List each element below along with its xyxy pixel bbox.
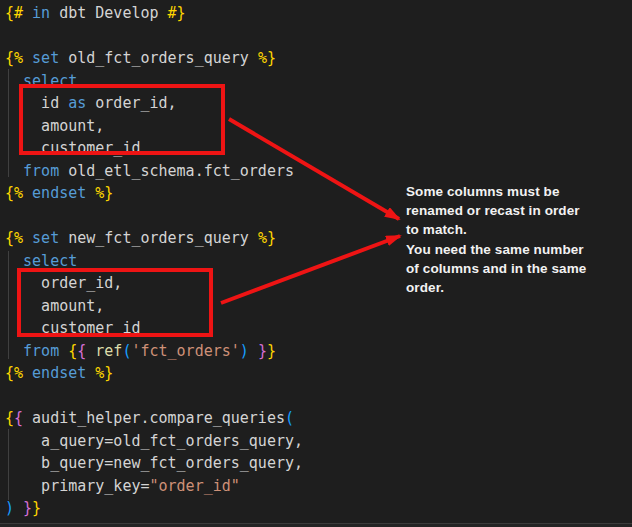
code-token: {# [5, 4, 32, 22]
code-token: endset [32, 184, 86, 202]
code-token: %} [95, 364, 113, 382]
code-line-18[interactable]: {{ audit_helper.compare_queries( [5, 407, 303, 430]
code-token [86, 342, 95, 360]
code-token: "order_id" [150, 477, 240, 495]
code-token: 'fct_orders' [131, 342, 239, 360]
code-token: {% [5, 49, 32, 67]
code-token: ) [240, 342, 249, 360]
code-line-20[interactable]: b_query=new_fct_orders_query, [5, 452, 303, 475]
code-token: %} [95, 184, 113, 202]
code-token: { [68, 342, 77, 360]
code-token: {% [5, 364, 32, 382]
code-line-17[interactable] [5, 385, 303, 408]
editor-bottom-border [0, 523, 632, 527]
code-token: dbt Develop [50, 4, 167, 22]
code-token: } [258, 342, 267, 360]
code-line-8[interactable]: {% endset %} [5, 182, 303, 205]
indent-guide-1 [8, 251, 9, 359]
annotation-box-1 [19, 84, 225, 155]
code-line-22[interactable]: ) }} [5, 497, 303, 520]
code-token: {% [5, 229, 32, 247]
code-token [86, 364, 95, 382]
indent-guide-0 [8, 69, 9, 177]
code-token: old_etl_schema.fct_orders [59, 162, 294, 180]
code-line-10[interactable]: {% set new_fct_orders_query %} [5, 227, 303, 250]
code-line-2[interactable]: {% set old_fct_orders_query %} [5, 47, 303, 70]
annotation-box-2 [17, 268, 213, 337]
code-token: audit_helper.compare_queries [23, 409, 285, 427]
code-token: { [14, 409, 23, 427]
code-token: ref [95, 342, 122, 360]
code-line-1[interactable] [5, 25, 303, 48]
code-token: %} [258, 229, 276, 247]
code-token: } [23, 499, 32, 517]
code-token: endset [32, 364, 86, 382]
code-token [14, 499, 23, 517]
code-line-16[interactable]: {% endset %} [5, 362, 303, 385]
code-token: } [32, 499, 41, 517]
code-line-15[interactable]: from {{ ref('fct_orders') }} [5, 340, 303, 363]
code-token: new_fct_orders_query [59, 229, 258, 247]
code-token: b_query=new_fct_orders_query, [5, 454, 303, 472]
code-token: %} [258, 49, 276, 67]
code-token [59, 342, 68, 360]
code-line-7[interactable]: from old_etl_schema.fct_orders [5, 160, 303, 183]
annotation-note-line-0: Some columns must be [406, 182, 586, 201]
code-token: set [32, 229, 59, 247]
code-line-21[interactable]: primary_key="order_id" [5, 475, 303, 498]
code-token: #} [168, 4, 186, 22]
code-token: old_fct_orders_query [59, 49, 258, 67]
annotation-note-line-4: of columns and in the same [406, 259, 586, 278]
annotation-note: Some columns must berenamed or recast in… [406, 182, 586, 297]
code-token: set [32, 49, 59, 67]
code-token: from [23, 342, 59, 360]
code-token: {% [5, 184, 32, 202]
annotation-note-line-1: renamed or recast in order [406, 201, 586, 220]
code-token: from [23, 162, 59, 180]
code-token: in [32, 4, 50, 22]
code-token: select [23, 252, 77, 270]
code-token: a_query=old_fct_orders_query, [5, 432, 303, 450]
code-token: ( [285, 409, 294, 427]
code-token: { [5, 409, 14, 427]
code-token: primary_key= [5, 477, 150, 495]
annotation-note-line-5: order. [406, 278, 586, 297]
annotation-note-line-3: You need the same number [406, 240, 586, 259]
code-editor: {# in dbt Develop #} {% set old_fct_orde… [0, 0, 632, 527]
code-token: { [77, 342, 86, 360]
code-token [86, 184, 95, 202]
code-line-19[interactable]: a_query=old_fct_orders_query, [5, 430, 303, 453]
code-token: } [267, 342, 276, 360]
code-line-0[interactable]: {# in dbt Develop #} [5, 2, 303, 25]
code-token: ) [5, 499, 14, 517]
code-area[interactable]: {# in dbt Develop #} {% set old_fct_orde… [5, 2, 303, 520]
code-token [249, 342, 258, 360]
code-line-9[interactable] [5, 205, 303, 228]
annotation-note-line-2: to match. [406, 220, 586, 239]
indent-guide-2 [8, 429, 9, 500]
